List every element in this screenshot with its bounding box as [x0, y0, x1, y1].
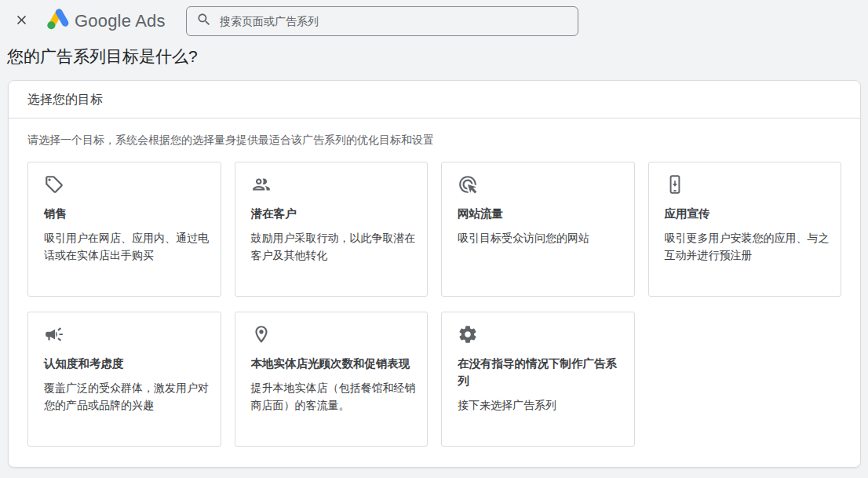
- instruction-text: 请选择一个目标，系统会根据您的选择量身提供最适合该广告系列的优化目标和设置: [27, 131, 841, 148]
- panel-body: 请选择一个目标，系统会根据您的选择量身提供最适合该广告系列的优化目标和设置 销售…: [9, 119, 860, 465]
- goal-title: 销售: [44, 205, 218, 222]
- close-button[interactable]: [11, 11, 31, 31]
- goal-title: 本地实体店光顾次数和促销表现: [251, 355, 425, 372]
- megaphone-icon: [44, 324, 218, 345]
- goal-card-app-promotion[interactable]: 应用宣传 吸引更多用户安装您的应用、与之互动并进行预注册: [648, 162, 842, 297]
- goal-card-leads[interactable]: 潜在客户 鼓励用户采取行动，以此争取潜在客户及其他转化: [235, 162, 429, 297]
- google-ads-logo: Google Ads: [44, 7, 166, 35]
- goal-title: 潜在客户: [251, 205, 425, 222]
- brand-name: Google Ads: [75, 11, 166, 31]
- goal-title: 网站流量: [458, 205, 632, 222]
- goal-card-local-store[interactable]: 本地实体店光顾次数和促销表现 提升本地实体店（包括餐馆和经销商店面）的客流量。: [235, 312, 429, 447]
- goal-selection-panel: 选择您的目标 请选择一个目标，系统会根据您的选择量身提供最适合该广告系列的优化目…: [8, 80, 861, 468]
- app-install-icon: [665, 174, 839, 195]
- panel-header: 选择您的目标: [9, 81, 860, 119]
- goal-description: 吸引目标受众访问您的网站: [458, 229, 632, 246]
- goal-card-awareness[interactable]: 认知度和考虑度 覆盖广泛的受众群体，激发用户对您的产品或品牌的兴趣: [27, 312, 221, 447]
- goal-description: 吸引更多用户安装您的应用、与之互动并进行预注册: [665, 229, 839, 264]
- page-title: 您的广告系列目标是什么?: [7, 46, 868, 68]
- gear-icon: [458, 324, 632, 345]
- goal-title: 认知度和考虑度: [44, 355, 218, 372]
- goal-description: 接下来选择广告系列: [458, 396, 632, 414]
- ads-click-icon: [458, 174, 632, 195]
- sell-tag-icon: [44, 174, 218, 195]
- location-pin-icon: [251, 324, 425, 345]
- goal-grid: 销售 吸引用户在网店、应用内、通过电话或在实体店出手购买 潜在客户 鼓励用户采取…: [27, 162, 841, 447]
- goal-description: 提升本地实体店（包括餐馆和经销商店面）的客流量。: [251, 379, 425, 414]
- top-bar: Google Ads: [0, 0, 868, 42]
- goal-title: 应用宣传: [665, 205, 839, 222]
- goal-card-sales[interactable]: 销售 吸引用户在网店、应用内、通过电话或在实体店出手购买: [27, 162, 221, 297]
- goal-description: 覆盖广泛的受众群体，激发用户对您的产品或品牌的兴趣: [44, 379, 218, 414]
- goal-card-no-guidance[interactable]: 在没有指导的情况下制作广告系列 接下来选择广告系列: [441, 312, 635, 447]
- goal-card-website-traffic[interactable]: 网站流量 吸引目标受众访问您的网站: [441, 162, 635, 297]
- search-input[interactable]: [220, 15, 568, 27]
- search-icon: [196, 12, 212, 31]
- search-box[interactable]: [186, 6, 578, 36]
- goal-title: 在没有指导的情况下制作广告系列: [458, 355, 632, 389]
- goal-description: 鼓励用户采取行动，以此争取潜在客户及其他转化: [251, 229, 425, 264]
- people-icon: [251, 174, 425, 195]
- google-ads-logo-icon: [44, 7, 69, 35]
- goal-description: 吸引用户在网店、应用内、通过电话或在实体店出手购买: [44, 229, 218, 264]
- close-icon: [14, 13, 29, 30]
